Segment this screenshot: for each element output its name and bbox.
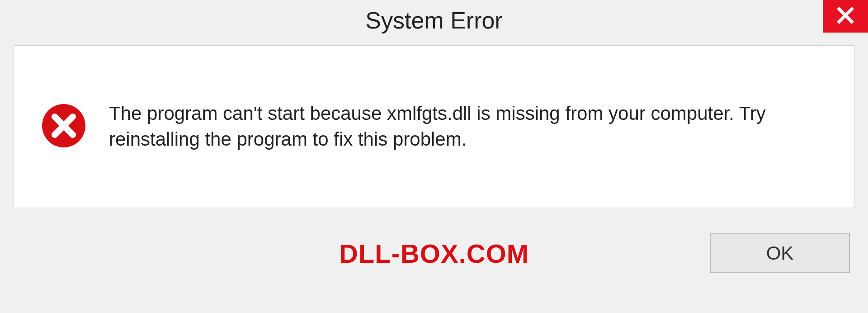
watermark-text: DLL-BOX.COM	[339, 238, 529, 269]
ok-button[interactable]: OK	[710, 233, 850, 273]
error-icon	[41, 103, 86, 150]
titlebar: System Error	[0, 0, 868, 45]
close-icon	[836, 6, 854, 26]
ok-button-label: OK	[766, 242, 794, 264]
dialog-message: The program can't start because xmlfgts.…	[109, 101, 827, 152]
close-button[interactable]	[823, 0, 868, 33]
dialog-title: System Error	[365, 7, 502, 34]
dialog-content: The program can't start because xmlfgts.…	[14, 45, 854, 208]
dialog-footer: DLL-BOX.COM OK	[0, 222, 868, 285]
